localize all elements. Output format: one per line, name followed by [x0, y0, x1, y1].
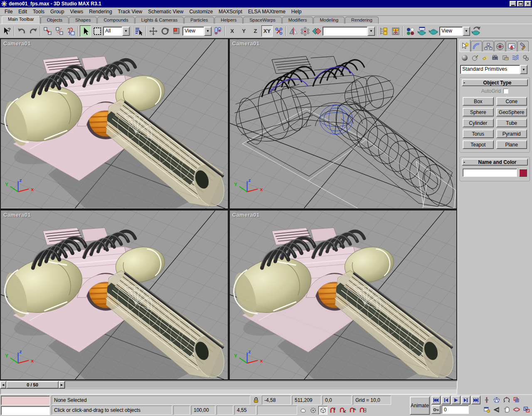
viewport-label[interactable]: Camera01: [3, 40, 31, 47]
category-dropdown[interactable]: Standard Primitives ▼: [460, 65, 530, 74]
box-button[interactable]: Box: [463, 97, 494, 106]
tab-modeling[interactable]: Modeling: [313, 17, 345, 24]
region-zoom-icon[interactable]: [512, 396, 521, 404]
select-and-rotate-button[interactable]: [159, 25, 170, 37]
tab-main-toolbar[interactable]: Main Toolbar: [2, 16, 40, 24]
selection-region-button[interactable]: [91, 25, 103, 37]
menu-maxscript[interactable]: MAXScript: [216, 8, 245, 15]
go-to-start-button[interactable]: [431, 396, 441, 404]
geosphere-button[interactable]: GeoSphere: [496, 108, 527, 116]
viewport-canvas-shaded[interactable]: [230, 210, 457, 380]
menu-customize[interactable]: Customize: [186, 8, 216, 15]
menu-schematic-view[interactable]: Schematic View: [145, 8, 186, 15]
coord-x-field[interactable]: -4,58: [262, 396, 291, 405]
material-editor-button[interactable]: [404, 25, 416, 37]
align-button[interactable]: [311, 25, 322, 37]
sphere-button[interactable]: Sphere: [463, 108, 494, 116]
shapes-category-button[interactable]: [470, 53, 479, 62]
open-schematic-view-button[interactable]: [390, 25, 401, 37]
time-slider-track[interactable]: [65, 381, 457, 389]
render-scene-button[interactable]: [416, 25, 427, 37]
select-and-scale-button[interactable]: [171, 25, 182, 37]
time-slider[interactable]: 0 / 50: [6, 381, 59, 389]
zoom-icon[interactable]: [482, 396, 491, 404]
utilities-tab[interactable]: [517, 41, 529, 52]
object-type-header[interactable]: - Object Type: [462, 79, 528, 86]
close-button[interactable]: ×: [525, 1, 531, 7]
track-bar[interactable]: [0, 389, 457, 394]
create-tab[interactable]: [459, 40, 470, 52]
snap-toggle-3d-icon[interactable]: [318, 406, 328, 415]
degradation-override-icon[interactable]: [298, 406, 308, 415]
restrict-xy-plane-button[interactable]: XY: [261, 25, 273, 37]
listener-input-line[interactable]: [1, 406, 50, 416]
play-button[interactable]: [451, 396, 461, 404]
menu-rendering[interactable]: Rendering: [86, 8, 115, 15]
autogrid-checkbox[interactable]: [503, 89, 508, 94]
coord-z-field[interactable]: 0,0: [323, 396, 352, 405]
geometry-category-button[interactable]: [460, 53, 469, 62]
viewport-top-right[interactable]: Camera01: [230, 39, 457, 208]
restrict-y-button[interactable]: Y: [238, 25, 249, 37]
object-name-input[interactable]: [463, 168, 517, 177]
time-slider-next-arrow[interactable]: ▸: [59, 381, 65, 389]
key-mode-button[interactable]: [431, 405, 441, 414]
listener-macro-line[interactable]: [1, 396, 50, 405]
tab-objects[interactable]: Objects: [41, 17, 69, 24]
open-track-view-button[interactable]: [378, 25, 389, 37]
percent-snap-magnet-icon[interactable]: %: [348, 406, 357, 415]
menu-edit[interactable]: Edit: [15, 8, 30, 15]
angle-snap-magnet-icon[interactable]: [338, 406, 347, 415]
mirror-button[interactable]: [288, 25, 299, 37]
viewport-label[interactable]: Camera01: [3, 212, 31, 218]
selection-filter-dropdown[interactable]: All ▼: [103, 27, 130, 36]
selection-lock-icon[interactable]: [251, 396, 261, 404]
spinner-snap-icon[interactable]: [358, 406, 367, 415]
chevron-down-icon[interactable]: ▼: [520, 65, 527, 74]
object-color-swatch[interactable]: [519, 169, 527, 177]
animate-button[interactable]: Animate: [410, 396, 430, 415]
current-frame-field[interactable]: 0: [441, 405, 469, 414]
go-to-end-button[interactable]: [471, 396, 480, 404]
viewport-label[interactable]: Camera01: [232, 40, 260, 47]
tab-spacewarps[interactable]: SpaceWarps: [243, 17, 282, 24]
tab-rendering[interactable]: Rendering: [345, 17, 379, 24]
chevron-down-icon[interactable]: ▼: [204, 27, 212, 36]
tab-compounds[interactable]: Compounds: [97, 17, 134, 24]
minimize-button[interactable]: [510, 1, 516, 7]
torus-button[interactable]: Torus: [463, 129, 494, 138]
select-object-button[interactable]: [80, 25, 91, 37]
hierarchy-tab[interactable]: [483, 41, 494, 52]
chevron-down-icon[interactable]: ▼: [463, 27, 470, 36]
zoom-extents-icon[interactable]: [492, 396, 501, 404]
viewport-bottom-left[interactable]: Camera01: [1, 210, 228, 380]
display-tab[interactable]: [506, 41, 517, 52]
menu-views[interactable]: Views: [67, 8, 86, 15]
viewport-canvas-shaded[interactable]: [1, 39, 228, 208]
tube-button[interactable]: Tube: [496, 119, 527, 127]
cone-button[interactable]: Cone: [496, 97, 527, 106]
chevron-down-icon[interactable]: ▼: [367, 27, 375, 36]
time-slider-prev-arrow[interactable]: ◂: [0, 381, 6, 389]
snap-magnet-3d-icon[interactable]: 3: [328, 406, 337, 415]
plane-button[interactable]: Plane: [496, 140, 527, 149]
quick-render-button[interactable]: [428, 25, 439, 37]
menu-group[interactable]: Group: [47, 8, 67, 15]
time-configuration-icon[interactable]: [482, 405, 491, 414]
pyramid-button[interactable]: Pyramid: [496, 129, 527, 138]
viewport-bottom-right[interactable]: Camera01: [230, 210, 457, 380]
named-selection-dropdown[interactable]: ▼: [323, 27, 375, 36]
undo-button[interactable]: [16, 25, 27, 37]
cylinder-button[interactable]: Cylinder: [463, 119, 494, 127]
bind-to-spacewarp-button[interactable]: [65, 25, 76, 37]
render-last-button[interactable]: [470, 25, 482, 37]
chevron-down-icon[interactable]: ▼: [122, 27, 130, 36]
field-of-view-icon[interactable]: [492, 405, 501, 414]
array-button[interactable]: [299, 25, 310, 37]
select-and-link-button[interactable]: [42, 25, 53, 37]
viewport-label[interactable]: Camera01: [232, 212, 260, 218]
reference-coordinate-dropdown[interactable]: View ▼: [182, 27, 212, 36]
menu-track-view[interactable]: Track View: [115, 8, 145, 15]
tab-helpers[interactable]: Helpers: [214, 17, 243, 24]
restrict-x-button[interactable]: X: [227, 25, 238, 37]
